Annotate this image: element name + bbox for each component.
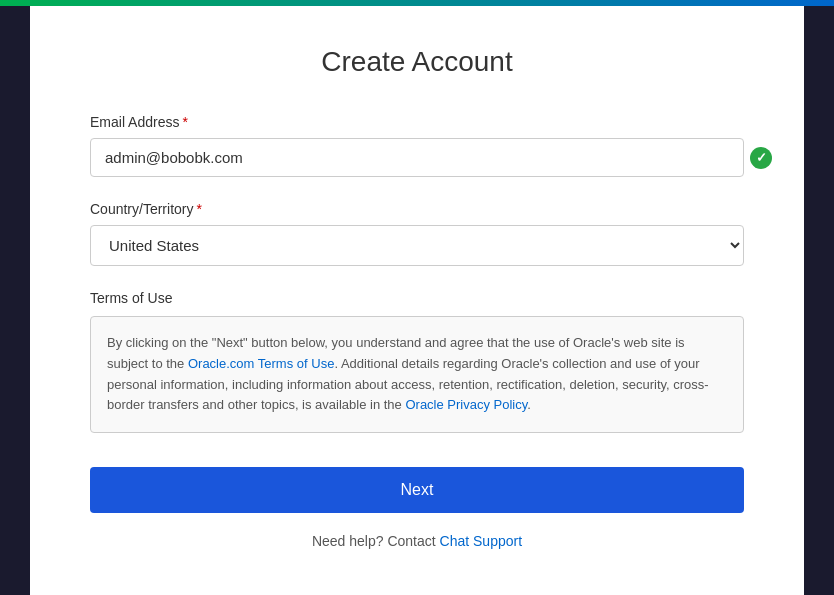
terms-link-privacy[interactable]: Oracle Privacy Policy	[405, 397, 527, 412]
terms-box: By clicking on the "Next" button below, …	[90, 316, 744, 433]
terms-title: Terms of Use	[90, 290, 744, 306]
email-required-star: *	[182, 114, 187, 130]
email-label: Email Address*	[90, 114, 744, 130]
page-title: Create Account	[321, 46, 512, 78]
terms-link-oracle[interactable]: Oracle.com Terms of Use	[188, 356, 334, 371]
help-text: Need help? Contact Chat Support	[90, 533, 744, 549]
chat-support-link[interactable]: Chat Support	[440, 533, 523, 549]
right-sidebar	[804, 0, 834, 595]
email-valid-icon: ✓	[750, 147, 772, 169]
terms-text-3: .	[527, 397, 531, 412]
country-select[interactable]: United States Canada United Kingdom Aust…	[90, 225, 744, 266]
page-wrapper: Create Account Email Address* ✓ Country/…	[0, 0, 834, 595]
terms-group: Terms of Use By clicking on the "Next" b…	[90, 290, 744, 433]
email-input[interactable]	[90, 138, 744, 177]
next-button[interactable]: Next	[90, 467, 744, 513]
country-label: Country/Territory*	[90, 201, 744, 217]
email-input-wrapper: ✓	[90, 138, 744, 177]
country-required-star: *	[196, 201, 201, 217]
center-panel: Create Account Email Address* ✓ Country/…	[30, 6, 804, 595]
email-group: Email Address* ✓	[90, 114, 744, 177]
form-container: Email Address* ✓ Country/Territory* Unit…	[90, 114, 744, 549]
top-bar	[0, 0, 834, 6]
country-group: Country/Territory* United States Canada …	[90, 201, 744, 266]
left-sidebar	[0, 0, 30, 595]
